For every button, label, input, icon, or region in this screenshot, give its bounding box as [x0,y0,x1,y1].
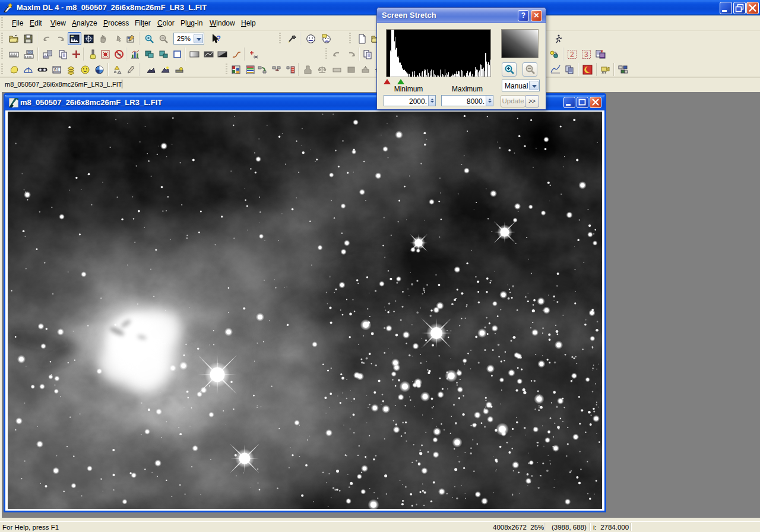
svg-text:?: ? [216,34,220,43]
svg-text:3: 3 [584,50,588,59]
svg-text:200: 200 [27,50,33,54]
svg-text:01: 01 [54,68,59,72]
svg-text:2: 2 [570,50,574,59]
